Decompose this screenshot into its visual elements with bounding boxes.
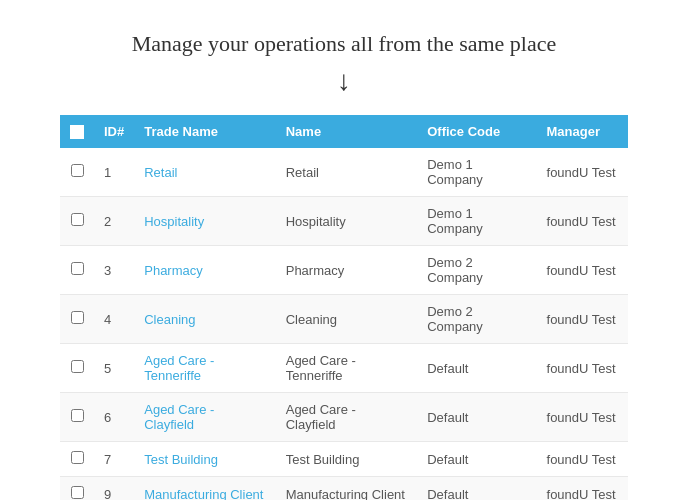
trade-name-link[interactable]: Aged Care - Tenneriffe <box>144 353 214 383</box>
row-name: Aged Care - Clayfield <box>276 393 417 442</box>
table-row: 5Aged Care - TenneriffeAged Care - Tenne… <box>60 344 628 393</box>
row-checkbox-cell[interactable] <box>60 197 94 246</box>
row-manager: foundU Test <box>537 393 628 442</box>
row-name: Test Building <box>276 442 417 477</box>
row-office-code: Default <box>417 477 536 500</box>
header-trade-name: Trade Name <box>134 115 275 149</box>
row-id: 1 <box>94 148 134 197</box>
row-manager: foundU Test <box>537 246 628 295</box>
row-name: Retail <box>276 148 417 197</box>
trade-name-link[interactable]: Manufacturing Client <box>144 487 263 500</box>
companies-table: ID# Trade Name Name Office Code Manager … <box>60 115 628 500</box>
row-id: 4 <box>94 295 134 344</box>
row-name: Hospitality <box>276 197 417 246</box>
row-office-code: Demo 2 Company <box>417 295 536 344</box>
row-office-code: Demo 1 Company <box>417 148 536 197</box>
table-row: 6Aged Care - ClayfieldAged Care - Clayfi… <box>60 393 628 442</box>
trade-name-link[interactable]: Aged Care - Clayfield <box>144 402 214 432</box>
header-checkbox-col[interactable] <box>60 115 94 149</box>
row-trade-name[interactable]: Test Building <box>134 442 275 477</box>
row-id: 7 <box>94 442 134 477</box>
row-checkbox-cell[interactable] <box>60 295 94 344</box>
trade-name-link[interactable]: Pharmacy <box>144 263 203 278</box>
trade-name-link[interactable]: Retail <box>144 165 177 180</box>
table-row: 2HospitalityHospitalityDemo 1 Companyfou… <box>60 197 628 246</box>
row-manager: foundU Test <box>537 148 628 197</box>
row-checkbox-cell[interactable] <box>60 246 94 295</box>
row-manager: foundU Test <box>537 295 628 344</box>
table-row: 7Test BuildingTest BuildingDefaultfoundU… <box>60 442 628 477</box>
table-row: 4CleaningCleaningDemo 2 CompanyfoundU Te… <box>60 295 628 344</box>
row-checkbox[interactable] <box>71 486 84 499</box>
table-body: 1RetailRetailDemo 1 CompanyfoundU Test2H… <box>60 148 628 500</box>
row-checkbox[interactable] <box>71 451 84 464</box>
row-name: Manufacturing Client <box>276 477 417 500</box>
row-checkbox[interactable] <box>71 311 84 324</box>
arrow-container: ↓ <box>60 67 628 95</box>
row-manager: foundU Test <box>537 477 628 500</box>
table-container: ID# Trade Name Name Office Code Manager … <box>60 115 628 500</box>
headline-text: Manage your operations all from the same… <box>60 30 628 59</box>
select-all-checkbox[interactable] <box>70 125 84 139</box>
row-trade-name[interactable]: Cleaning <box>134 295 275 344</box>
row-checkbox[interactable] <box>71 262 84 275</box>
row-name: Pharmacy <box>276 246 417 295</box>
table-row: 1RetailRetailDemo 1 CompanyfoundU Test <box>60 148 628 197</box>
row-checkbox-cell[interactable] <box>60 477 94 500</box>
down-arrow-icon: ↓ <box>337 67 351 95</box>
header-manager: Manager <box>537 115 628 149</box>
header-office-code: Office Code <box>417 115 536 149</box>
row-office-code: Demo 2 Company <box>417 246 536 295</box>
row-checkbox[interactable] <box>71 164 84 177</box>
row-id: 5 <box>94 344 134 393</box>
trade-name-link[interactable]: Test Building <box>144 452 218 467</box>
row-name: Aged Care - Tenneriffe <box>276 344 417 393</box>
row-checkbox[interactable] <box>71 409 84 422</box>
row-trade-name[interactable]: Pharmacy <box>134 246 275 295</box>
row-name: Cleaning <box>276 295 417 344</box>
row-office-code: Default <box>417 393 536 442</box>
row-trade-name[interactable]: Retail <box>134 148 275 197</box>
table-row: 9Manufacturing ClientManufacturing Clien… <box>60 477 628 500</box>
row-id: 9 <box>94 477 134 500</box>
header-name: Name <box>276 115 417 149</box>
row-checkbox[interactable] <box>71 360 84 373</box>
row-office-code: Demo 1 Company <box>417 197 536 246</box>
row-office-code: Default <box>417 344 536 393</box>
row-trade-name[interactable]: Aged Care - Clayfield <box>134 393 275 442</box>
table-row: 3PharmacyPharmacyDemo 2 CompanyfoundU Te… <box>60 246 628 295</box>
row-manager: foundU Test <box>537 344 628 393</box>
row-checkbox[interactable] <box>71 213 84 226</box>
header-section: Manage your operations all from the same… <box>0 0 688 115</box>
row-id: 3 <box>94 246 134 295</box>
row-id: 6 <box>94 393 134 442</box>
row-checkbox-cell[interactable] <box>60 344 94 393</box>
row-checkbox-cell[interactable] <box>60 148 94 197</box>
row-checkbox-cell[interactable] <box>60 442 94 477</box>
row-trade-name[interactable]: Manufacturing Client <box>134 477 275 500</box>
row-checkbox-cell[interactable] <box>60 393 94 442</box>
row-trade-name[interactable]: Aged Care - Tenneriffe <box>134 344 275 393</box>
trade-name-link[interactable]: Cleaning <box>144 312 195 327</box>
row-trade-name[interactable]: Hospitality <box>134 197 275 246</box>
row-manager: foundU Test <box>537 197 628 246</box>
trade-name-link[interactable]: Hospitality <box>144 214 204 229</box>
table-header-row: ID# Trade Name Name Office Code Manager <box>60 115 628 149</box>
row-office-code: Default <box>417 442 536 477</box>
row-id: 2 <box>94 197 134 246</box>
row-manager: foundU Test <box>537 442 628 477</box>
header-id: ID# <box>94 115 134 149</box>
